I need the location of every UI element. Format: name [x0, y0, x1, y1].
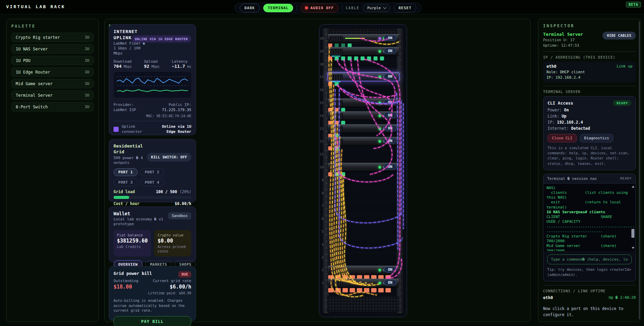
power-state-toggle[interactable]: ON [384, 35, 396, 41]
power-port[interactable] [371, 288, 377, 293]
power-port[interactable] [385, 288, 391, 293]
green-led-icon [378, 50, 381, 53]
ethernet-port[interactable] [341, 172, 345, 176]
cli-status-row: Internet: Detected [548, 126, 631, 131]
rack-device-u12[interactable]: ON [328, 137, 399, 145]
inspected-device-name: Terminal Server [543, 32, 583, 37]
terminal-line: 1U NAS Server@nas# clients [546, 210, 630, 215]
ethernet-port[interactable] [334, 172, 339, 176]
power-state-toggle[interactable]: ON [384, 99, 396, 105]
theme-dark-button[interactable]: DARK [240, 4, 260, 12]
ethernet-port[interactable] [334, 146, 339, 151]
palette-item[interactable]: Crypto Rig starter1U [11, 33, 94, 42]
power-port[interactable] [342, 288, 348, 293]
kill-switch-button[interactable]: KILL SWITCH: OFF [147, 153, 191, 161]
rack-device-u20[interactable]: ON [328, 34, 399, 42]
ethernet-port[interactable] [373, 56, 378, 61]
power-state-toggle[interactable]: ON [384, 125, 396, 131]
rack-device-u15[interactable]: ON [328, 98, 399, 107]
uplink-stats: Download704 MbpsUpload92 MbpsLatency~11.… [114, 59, 191, 69]
uplink-connector-swatch [114, 127, 119, 132]
scrollbar-thumb[interactable] [631, 229, 634, 238]
pay-bill-button[interactable]: PAY BILL [114, 316, 191, 326]
device-vent [330, 113, 343, 119]
palette-item[interactable]: 8-Port Switch1U [11, 102, 94, 111]
palette-item[interactable]: 1U PDU1U [11, 56, 94, 65]
rack-device-u1[interactable]: ON [328, 279, 399, 287]
scroll-down-icon[interactable] [632, 247, 634, 249]
rack-unit-number: 18 [319, 62, 324, 66]
rack-unit-number: 6 [319, 217, 324, 220]
power-state-toggle[interactable]: ON [384, 280, 396, 285]
ethernet-port[interactable] [341, 56, 345, 61]
rack-device-u13[interactable]: ON [328, 124, 399, 133]
inspector-scrollbar[interactable] [639, 21, 640, 320]
power-state-toggle[interactable]: ON [384, 74, 396, 79]
power-port[interactable] [328, 288, 334, 293]
rack-device-u17[interactable]: ON [328, 73, 399, 81]
grid-port-chip[interactable]: PORT 3 [114, 178, 138, 186]
power-port[interactable] [328, 172, 332, 176]
power-port[interactable] [335, 288, 341, 293]
cable-color-select[interactable]: Purple [363, 4, 390, 12]
power-port[interactable] [349, 288, 355, 293]
power-port[interactable] [378, 288, 384, 293]
power-state-toggle[interactable]: ON [384, 48, 396, 54]
ethernet-port[interactable] [367, 56, 371, 61]
power-state-toggle[interactable]: ON [384, 112, 396, 118]
power-state-toggle[interactable]: ON [384, 138, 396, 144]
ethernet-port[interactable] [334, 56, 339, 61]
scroll-up-icon[interactable] [632, 186, 634, 188]
grid-port-chip[interactable]: PORT 4 [140, 178, 164, 186]
theme-terminal-button[interactable]: TERMINAL [263, 4, 294, 12]
rack-slot-line [330, 150, 396, 150]
rack-device-u19[interactable]: ON [328, 47, 399, 55]
inspector-title: INSPECTOR [543, 24, 636, 28]
device-vent [330, 49, 343, 54]
power-port[interactable] [328, 146, 332, 151]
terminal-output[interactable]: NAS) clients (list clients usingthis NAS… [543, 184, 635, 251]
power-port[interactable] [364, 288, 370, 293]
eth0-box: eth0 Link up Role: DHCP client IP: 192.1… [543, 62, 636, 82]
residential-grid-card: Residential Grid 500 power � 4 outputs K… [109, 139, 196, 202]
diagnostics-button[interactable]: Diagnostics [580, 134, 614, 142]
device-vent [330, 165, 343, 170]
grid-load-value: 100 / 500 [156, 189, 177, 194]
grid-cost-label: Cost / hour [114, 201, 139, 206]
palette-item-size: 1U [85, 93, 89, 97]
audio-toggle-button[interactable]: AUDIO OFF [300, 4, 339, 12]
uplink-stat-label: Latency [172, 59, 191, 64]
terminal-line: 700/2000 [546, 249, 630, 251]
palette-item[interactable]: 1U Edge Router1U [11, 67, 94, 77]
uplink-mac: MAC: 9E:E3:AE:74:14:AE [114, 114, 191, 118]
hide-cables-button[interactable]: HIDE CABLES [602, 32, 636, 40]
power-port[interactable] [357, 288, 362, 293]
rack-device-u2[interactable]: ON [328, 266, 399, 274]
palette-title: PALETTE [11, 24, 94, 29]
rack-unit-number: 16 [319, 88, 324, 92]
terminal-line: Crypto Rig starter (share) [546, 234, 630, 239]
device-ports-u10 [328, 172, 345, 176]
close-cli-button[interactable]: Close CLI [548, 134, 577, 142]
ethernet-port[interactable] [360, 56, 365, 61]
reset-button[interactable]: RESET [394, 4, 416, 12]
ethernet-port[interactable] [334, 82, 339, 86]
palette-item[interactable]: Mid Game server1U [11, 79, 94, 88]
palette-item[interactable]: Terminal Server1U [11, 91, 94, 100]
rack-device-u14[interactable]: ON [328, 111, 399, 120]
audio-toggle-label: AUDIO OFF [310, 6, 334, 10]
command-input[interactable] [547, 254, 632, 264]
grid-port-chip[interactable]: PORT 1 [114, 168, 138, 176]
power-port[interactable] [328, 56, 332, 61]
ethernet-port[interactable] [380, 56, 384, 61]
terminal-scrollbar[interactable] [631, 185, 635, 250]
ethernet-port[interactable] [347, 56, 352, 61]
palette-item[interactable]: 1U NAS Server1U [11, 44, 94, 53]
grid-port-chip[interactable]: PORT 2 [140, 168, 164, 176]
palette-item-size: 1U [85, 70, 89, 74]
rack-device-u10[interactable]: ON [328, 163, 399, 171]
power-state-toggle[interactable]: ON [384, 164, 396, 170]
power-state-toggle[interactable]: ON [384, 267, 396, 273]
power-port[interactable] [328, 82, 332, 86]
ethernet-port[interactable] [354, 56, 358, 61]
